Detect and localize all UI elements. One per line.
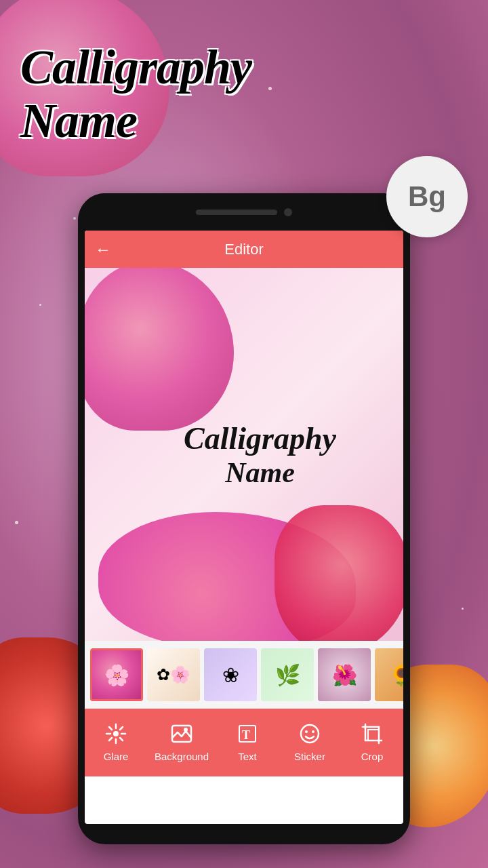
thumb-flower-4: 🌿 — [261, 648, 314, 701]
glare-icon — [105, 723, 127, 748]
app-title-line2: Name — [20, 94, 137, 148]
crop-label: Crop — [361, 751, 384, 762]
svg-point-10 — [184, 728, 188, 732]
text-label: Text — [238, 751, 257, 762]
svg-rect-16 — [368, 730, 379, 741]
calligraphy-line1: Calligraphy — [184, 420, 336, 456]
toolbar-item-glare[interactable]: Glare — [92, 723, 140, 762]
background-icon — [171, 723, 192, 748]
app-title-line1: Calligraphy — [20, 40, 251, 94]
calligraphy-line2: Name — [184, 456, 336, 489]
thumbnail-item-2[interactable]: ✿🌸 — [147, 648, 200, 701]
thumbnail-item-5[interactable]: 🌺 — [318, 648, 371, 701]
canvas-area[interactable]: Calligraphy Name — [85, 268, 403, 641]
app-title: Calligraphy Name — [20, 41, 251, 148]
thumbnail-item-6[interactable]: 🌻 — [375, 648, 403, 701]
svg-point-14 — [305, 730, 308, 733]
thumb-flower-2: ✿🌸 — [147, 648, 200, 701]
thumb-flower-5: 🌺 — [318, 648, 371, 701]
thumbnail-item-4[interactable]: 🌿 — [261, 648, 314, 701]
thumb-flower-6: 🌻 — [375, 648, 403, 701]
thumb-flower-1: 🌸 — [92, 650, 141, 699]
svg-point-13 — [301, 725, 319, 743]
toolbar-item-text[interactable]: T Text — [224, 723, 271, 762]
toolbar-item-crop[interactable]: Crop — [348, 723, 396, 762]
phone-screen: ← Editor Calligraphy Name 🌸 ✿🌸 ❀ — [85, 231, 403, 824]
bg-badge: Bg — [386, 156, 468, 237]
text-icon: T — [237, 723, 258, 748]
svg-point-8 — [113, 731, 119, 736]
sticker-label: Sticker — [294, 751, 325, 762]
bg-badge-text: Bg — [408, 180, 446, 213]
phone-frame: ← Editor Calligraphy Name 🌸 ✿🌸 ❀ — [78, 193, 410, 844]
canvas-flower-bottom-right — [274, 505, 403, 641]
toolbar-item-sticker[interactable]: Sticker — [286, 723, 333, 762]
canvas-calligraphy-text[interactable]: Calligraphy Name — [184, 420, 336, 489]
thumbnail-item-3[interactable]: ❀ — [204, 648, 257, 701]
toolbar-item-background[interactable]: Background — [155, 723, 209, 762]
glare-label: Glare — [104, 751, 129, 762]
thumbnail-strip: 🌸 ✿🌸 ❀ 🌿 🌺 🌻 — [85, 641, 403, 709]
phone-camera — [284, 208, 292, 216]
phone-top-bar — [78, 193, 410, 231]
back-button[interactable]: ← — [95, 240, 111, 259]
background-label: Background — [155, 751, 209, 762]
sticker-icon — [299, 723, 321, 748]
bottom-toolbar: Glare Background T — [85, 709, 403, 776]
thumb-flower-3: ❀ — [204, 648, 257, 701]
crop-icon — [361, 723, 383, 748]
phone-speaker — [196, 210, 277, 215]
canvas-flower-top-left — [85, 268, 234, 431]
thumbnail-item-1[interactable]: 🌸 — [90, 648, 143, 701]
svg-line-7 — [109, 738, 112, 741]
svg-text:T: T — [242, 728, 250, 742]
editor-title: Editor — [224, 241, 263, 258]
svg-line-6 — [120, 727, 123, 730]
svg-line-4 — [109, 727, 112, 730]
editor-header: ← Editor — [85, 231, 403, 268]
svg-line-5 — [120, 738, 123, 741]
svg-point-15 — [312, 730, 314, 733]
